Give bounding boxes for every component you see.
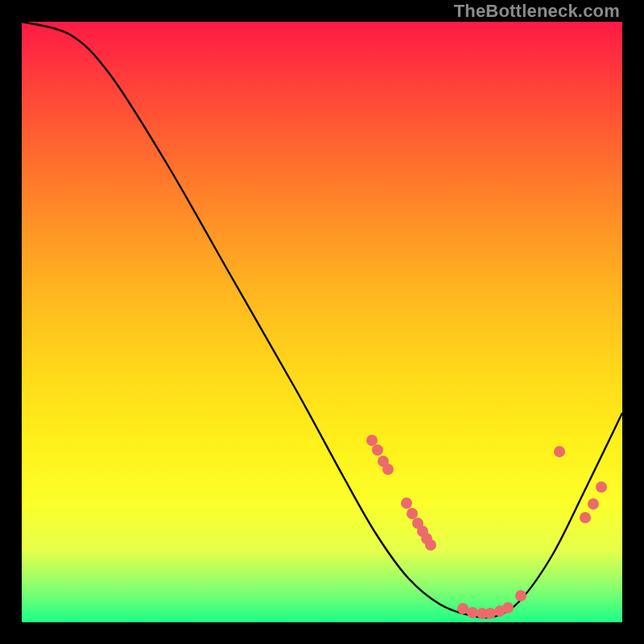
- data-dot: [457, 603, 469, 614]
- data-dot: [515, 590, 526, 601]
- data-dot: [407, 508, 418, 519]
- watermark-text: TheBottleneck.com: [454, 1, 620, 22]
- data-dot: [588, 498, 599, 510]
- curve-layer: [22, 22, 622, 622]
- data-dot: [401, 497, 412, 509]
- data-dot: [372, 444, 383, 456]
- chart-frame: TheBottleneck.com: [0, 0, 644, 644]
- data-dots: [366, 435, 607, 619]
- plot-area: [22, 22, 622, 622]
- data-dot: [554, 446, 565, 457]
- data-dot: [502, 602, 514, 613]
- data-dot: [596, 481, 607, 493]
- data-dot: [485, 608, 496, 619]
- data-dot: [580, 512, 591, 523]
- bottleneck-curve: [22, 22, 622, 617]
- data-dot: [425, 539, 436, 551]
- data-dot: [366, 435, 378, 446]
- data-dot: [467, 607, 478, 618]
- data-dot: [382, 464, 394, 475]
